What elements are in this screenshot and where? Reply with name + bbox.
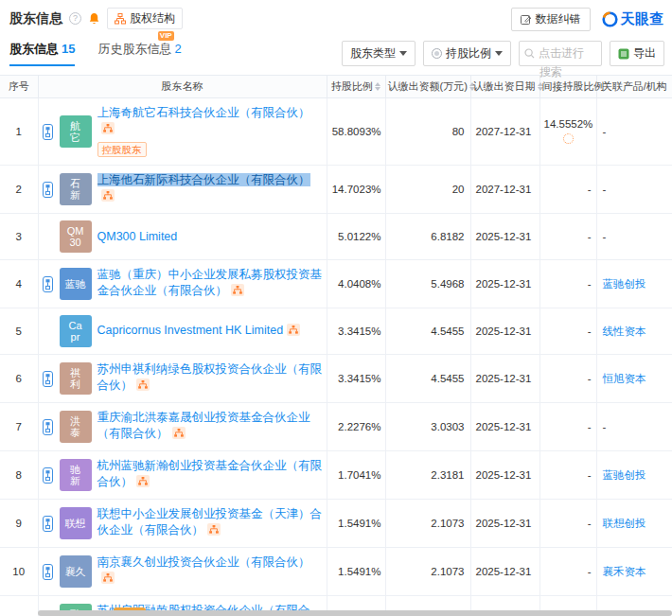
- shareholder-avatar: QM30: [60, 220, 92, 253]
- ratio-cell: 3.3415%: [327, 355, 385, 403]
- indirect-refresh-icon[interactable]: [563, 133, 574, 144]
- indirect-ratio-value: -: [588, 469, 592, 481]
- indirect-ratio-cell: -: [539, 214, 596, 260]
- amount-cell: 6.8182: [385, 214, 470, 260]
- equity-structure-mini-icon[interactable]: [136, 475, 150, 492]
- ratio-cell: 1.5491%: [327, 500, 385, 548]
- equity-structure-mini-icon[interactable]: [287, 324, 300, 341]
- tab-shareholders[interactable]: 股东信息15: [9, 35, 75, 66]
- shareholder-avatar: 航它: [60, 115, 92, 148]
- penetration-graph-icon[interactable]: [43, 516, 54, 532]
- penetration-graph-icon[interactable]: [43, 419, 54, 435]
- indirect-ratio-value: -: [588, 421, 592, 432]
- penetration-graph-icon[interactable]: [43, 564, 54, 580]
- shareholder-avatar: 联想: [60, 507, 92, 539]
- shareholder-name-link[interactable]: Capricornus Investment HK Limited: [97, 324, 284, 337]
- related-product-link[interactable]: 线性资本: [603, 326, 646, 337]
- tabs: 股东信息15 VIP 历史股东信息2: [9, 35, 182, 66]
- column-header-3[interactable]: 认缴出资额(万元): [385, 76, 470, 98]
- row-number: 7: [0, 403, 38, 451]
- shareholder-table: 序号股东名称持股比例认缴出资额(万元)认缴出资日期间接持股比例关联产品/机构 1…: [0, 75, 672, 616]
- table-row: 2石新上海他石新际科技合伙企业（有限合伙）14.7023%202027-12-3…: [0, 166, 672, 214]
- ratio-cell: 14.7023%: [327, 166, 385, 214]
- related-product-link[interactable]: 襄禾资本: [603, 566, 646, 577]
- ratio-circle-icon: [432, 48, 442, 59]
- horizontal-scrollbar[interactable]: [38, 610, 672, 616]
- indirect-ratio-value: -: [588, 278, 592, 290]
- equity-structure-mini-icon[interactable]: [207, 523, 221, 540]
- related-product-cell: 蓝驰创投: [596, 260, 672, 308]
- shareholder-name-link[interactable]: QM300 Limited: [97, 230, 178, 243]
- tab-history-shareholders[interactable]: VIP 历史股东信息2: [97, 35, 181, 66]
- date-cell: 2027-12-31: [470, 166, 539, 214]
- chevron-down-icon: [399, 51, 407, 56]
- related-product-cell: 联想创投: [596, 500, 672, 548]
- shareholder-name-cell: QM30QM300 Limited: [38, 214, 327, 260]
- related-product-value: -: [603, 126, 607, 137]
- shareholder-avatar: 襄久: [60, 555, 92, 588]
- penetration-graph-icon[interactable]: [43, 371, 54, 387]
- indirect-ratio-value: -: [588, 184, 592, 195]
- related-product-value: -: [603, 231, 607, 242]
- shareholder-name-link[interactable]: 南京襄久创业投资合伙企业（有限合伙）: [97, 555, 310, 569]
- date-cell: 2025-12-31: [470, 214, 539, 260]
- top-bar: 股东信息 ? 股权结构 数据纠错 天眼查: [0, 0, 672, 31]
- filter-bar: 股东类型 持股比例 点击进行 搜索 导出: [342, 41, 664, 66]
- related-product-link[interactable]: 联想创投: [603, 518, 646, 529]
- equity-structure-mini-icon[interactable]: [101, 572, 115, 589]
- indirect-ratio-value: -: [588, 518, 592, 529]
- indirect-ratio-cell: -: [539, 355, 596, 403]
- search-input[interactable]: 点击进行 搜索: [519, 41, 602, 66]
- data-correction-button[interactable]: 数据纠错: [511, 8, 591, 31]
- date-cell: 2025-12-31: [470, 500, 539, 548]
- ratio-dropdown[interactable]: 持股比例: [423, 41, 511, 66]
- header-row: 序号股东名称持股比例认缴出资额(万元)认缴出资日期间接持股比例关联产品/机构: [0, 76, 672, 98]
- help-icon[interactable]: ?: [69, 12, 81, 25]
- equity-structure-button[interactable]: 股权结构: [107, 8, 183, 29]
- shareholder-name-link[interactable]: 蓝驰（重庆）中小企业发展私募股权投资基金合伙企业（有限合伙）: [97, 268, 323, 297]
- chevron-down-icon: [495, 51, 503, 56]
- shareholder-name-cell: 祺利苏州申祺利纳绿色股权投资合伙企业（有限合伙）: [38, 355, 327, 403]
- equity-structure-mini-icon[interactable]: [101, 122, 115, 139]
- equity-structure-mini-icon[interactable]: [231, 284, 244, 301]
- table-row: 1航它上海奇航它石科技合伙企业（有限合伙）控股股东58.8093%802027-…: [0, 98, 672, 166]
- bell-icon[interactable]: [88, 12, 100, 26]
- related-product-link[interactable]: 恒旭资本: [603, 373, 646, 384]
- amount-cell: 20: [385, 166, 470, 214]
- shareholder-name-cell: CaprCapricornus Investment HK Limited: [38, 308, 327, 355]
- amount-cell: 4.5455: [385, 355, 470, 403]
- table-row: 7洪泰重庆渝北洪泰嘉晟创业投资基金合伙企业（有限合伙）2.2276%3.0303…: [0, 403, 672, 451]
- table-header: 序号股东名称持股比例认缴出资额(万元)认缴出资日期间接持股比例关联产品/机构: [0, 76, 672, 98]
- indirect-ratio-cell: -: [539, 260, 596, 308]
- column-header-2[interactable]: 持股比例: [327, 76, 385, 98]
- tianyancha-logo[interactable]: 天眼查: [602, 10, 665, 28]
- date-cell: 2025-12-31: [470, 355, 539, 403]
- related-product-cell: -: [596, 98, 672, 166]
- export-button[interactable]: 导出: [610, 41, 664, 66]
- penetration-graph-icon[interactable]: [43, 467, 54, 484]
- related-product-link[interactable]: 蓝驰创投: [603, 278, 646, 290]
- search-placeholder-overflow: 搜索: [539, 64, 562, 80]
- equity-structure-mini-icon[interactable]: [101, 189, 115, 206]
- equity-structure-mini-icon[interactable]: [172, 427, 186, 444]
- shareholder-name-link[interactable]: 上海奇航它石科技合伙企业（有限合伙）: [97, 106, 310, 119]
- table-row: 5CaprCapricornus Investment HK Limited3.…: [0, 308, 672, 355]
- shareholder-name-link[interactable]: 重庆渝北洪泰嘉晟创业投资基金合伙企业（有限合伙）: [97, 411, 310, 440]
- shareholder-name-cell: 蓝驰蓝驰（重庆）中小企业发展私募股权投资基金合伙企业（有限合伙）: [38, 260, 327, 308]
- shareholder-avatar: 驰新: [60, 459, 92, 491]
- ratio-cell: 5.0122%: [327, 214, 385, 260]
- related-product-link[interactable]: 蓝驰创投: [603, 469, 646, 481]
- penetration-graph-icon[interactable]: [43, 182, 54, 198]
- shareholder-name-cell: 襄久南京襄久创业投资合伙企业（有限合伙）: [38, 548, 327, 596]
- shareholder-name-link[interactable]: 苏州申祺利纳绿色股权投资合伙企业（有限合伙）: [97, 362, 323, 392]
- indirect-ratio-value: 14.5552%: [544, 118, 593, 130]
- shareholder-type-dropdown[interactable]: 股东类型: [342, 41, 416, 66]
- shareholder-avatar: 祺利: [60, 362, 92, 395]
- related-product-cell: -: [596, 214, 672, 260]
- penetration-graph-icon[interactable]: [43, 124, 54, 140]
- equity-structure-mini-icon[interactable]: [136, 378, 150, 396]
- penetration-graph-icon[interactable]: [43, 276, 54, 292]
- shareholder-name-link[interactable]: 上海他石新际科技合伙企业（有限合伙）: [97, 173, 310, 186]
- shareholder-name-link[interactable]: 杭州蓝驰新瀚创业投资基金合伙企业（有限合伙）: [97, 459, 323, 488]
- column-header-4[interactable]: 认缴出资日期: [470, 76, 539, 98]
